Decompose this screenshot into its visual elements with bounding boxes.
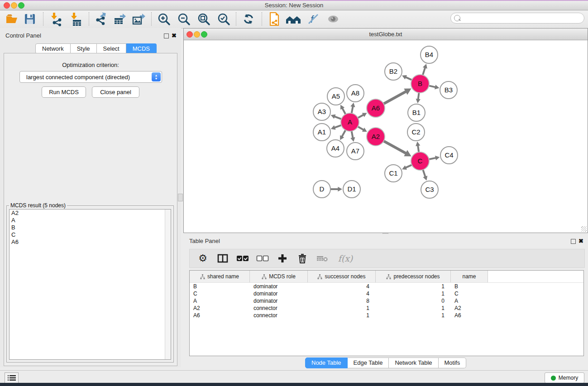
table-row[interactable]: Bdominator41B	[190, 283, 583, 290]
home-gallery-button[interactable]	[285, 11, 301, 27]
export-table-button[interactable]	[111, 11, 128, 27]
table-cell[interactable]: connector	[250, 305, 308, 311]
mcds-result-list[interactable]: A2ABCA6	[9, 209, 171, 360]
table-cell[interactable]: 8	[308, 298, 376, 304]
table-cell[interactable]: 4	[308, 291, 376, 297]
tab-select[interactable]: Select	[97, 43, 126, 54]
table-cell[interactable]: B	[190, 283, 250, 290]
table-cell[interactable]: C	[451, 291, 488, 297]
table-row[interactable]: Cdominator41C	[190, 290, 583, 297]
close-table-panel-icon[interactable]: ✖	[578, 238, 583, 244]
vertical-splitter-handle[interactable]	[178, 194, 183, 201]
refresh-view-button[interactable]	[240, 11, 257, 27]
close-panel-button[interactable]: Close panel	[92, 86, 139, 98]
table-cell[interactable]: 0	[376, 298, 451, 304]
float-panel-icon[interactable]	[164, 33, 169, 38]
search-input[interactable]	[462, 14, 584, 22]
table-cell[interactable]: dominator	[250, 298, 308, 304]
table-cell[interactable]: A	[451, 298, 488, 304]
column-header-MCDS-role[interactable]: MCDS role	[250, 271, 308, 282]
tab-network[interactable]: Network	[35, 43, 71, 54]
mcds-result-item[interactable]: B	[10, 224, 171, 231]
memory-button[interactable]: Memory	[545, 372, 584, 383]
criterion-dropdown[interactable]: largest connected component (directed) ▲…	[19, 71, 162, 83]
save-session-button[interactable]	[22, 11, 38, 27]
table-row[interactable]: Adominator80A	[190, 297, 583, 305]
select-all-columns-button[interactable]	[236, 252, 249, 265]
resize-grip-icon[interactable]	[581, 226, 587, 232]
open-file-button[interactable]	[4, 11, 20, 27]
graph-edge[interactable]	[358, 127, 363, 130]
graph-edge[interactable]	[342, 108, 345, 114]
table-cell[interactable]: 1	[376, 283, 451, 290]
column-header-predecessor-nodes[interactable]: predecessor nodes	[376, 271, 451, 282]
network-canvas[interactable]: B4B2BB3A5A8A6A3B1AA1C2A2A4A7C4CC1C3DD1	[184, 40, 587, 233]
import-table-button[interactable]	[68, 11, 84, 27]
graph-edge[interactable]	[423, 67, 425, 75]
graph-edge[interactable]	[429, 86, 436, 87]
tab-edge-table[interactable]: Edge Table	[348, 357, 389, 368]
table-cell[interactable]: A	[190, 298, 250, 304]
graph-edge[interactable]	[423, 170, 425, 177]
export-network-button[interactable]	[92, 11, 109, 27]
graph-edge[interactable]	[342, 130, 345, 137]
graph-edge[interactable]	[384, 141, 406, 153]
graph-edge[interactable]	[335, 116, 341, 119]
birds-eye-view-button[interactable]	[325, 11, 341, 27]
tab-node-table[interactable]: Node Table	[305, 357, 348, 368]
mcds-result-item[interactable]: C	[10, 231, 171, 238]
tab-mcds[interactable]: MCDS	[126, 43, 157, 54]
search-field[interactable]	[450, 13, 584, 24]
graph-edge[interactable]	[429, 158, 436, 159]
float-table-panel-icon[interactable]	[571, 239, 576, 244]
tab-motifs[interactable]: Motifs	[439, 357, 467, 368]
tab-network-table[interactable]: Network Table	[389, 357, 438, 368]
table-cell[interactable]: 1	[376, 291, 451, 297]
table-cell[interactable]: 1	[308, 312, 376, 319]
result-list-scrollbar[interactable]	[165, 210, 171, 359]
table-cell[interactable]: 1	[376, 312, 451, 319]
delete-columns-button[interactable]	[296, 252, 309, 265]
column-header-shared-name[interactable]: shared name	[190, 271, 250, 282]
table-cell[interactable]: dominator	[250, 283, 308, 290]
mcds-result-item[interactable]: A6	[10, 238, 171, 246]
unselect-all-columns-button[interactable]	[256, 252, 269, 265]
import-network-button[interactable]	[48, 11, 64, 27]
add-column-button[interactable]	[276, 252, 289, 265]
zoom-selected-button[interactable]	[215, 11, 232, 27]
graph-edge[interactable]	[384, 91, 406, 104]
table-cell[interactable]: connector	[250, 312, 308, 319]
mcds-result-item[interactable]: A2	[10, 210, 171, 217]
column-header-successor-nodes[interactable]: successor nodes	[308, 271, 376, 282]
table-cell[interactable]: A6	[190, 312, 250, 319]
graph-edge[interactable]	[406, 77, 412, 80]
table-row[interactable]: A2connector11A2	[190, 305, 583, 312]
show-columns-button[interactable]	[216, 252, 229, 265]
graph-edge[interactable]	[335, 125, 341, 128]
zoom-in-button[interactable]	[156, 11, 172, 27]
table-cell[interactable]: A6	[451, 312, 488, 319]
table-cell[interactable]: B	[451, 283, 488, 290]
run-mcds-button[interactable]: Run MCDS	[42, 86, 86, 98]
mcds-result-item[interactable]: A	[10, 217, 171, 224]
table-row[interactable]: A6connector11A6	[190, 312, 583, 319]
table-mode-button[interactable]: ⚙	[196, 252, 210, 265]
table-cell[interactable]: 4	[308, 283, 376, 290]
toggle-graphics-details-button[interactable]: f	[305, 11, 321, 27]
task-history-button[interactable]	[5, 372, 19, 383]
network-from-file-button[interactable]	[266, 11, 282, 27]
graph-edge[interactable]	[406, 165, 412, 167]
table-cell[interactable]: 1	[376, 305, 451, 311]
export-image-button[interactable]	[130, 11, 147, 27]
close-panel-icon[interactable]: ✖	[172, 32, 177, 39]
table-cell[interactable]: A2	[451, 305, 488, 311]
zoom-fit-button[interactable]	[196, 11, 212, 27]
graph-edge[interactable]	[358, 115, 364, 118]
graph-edge[interactable]	[352, 131, 353, 138]
tab-style[interactable]: Style	[71, 43, 97, 54]
table-cell[interactable]: A2	[190, 305, 250, 311]
graph-edge[interactable]	[352, 106, 353, 113]
graph-edge[interactable]	[418, 93, 419, 100]
table-cell[interactable]: dominator	[250, 291, 308, 297]
graph-edge[interactable]	[418, 145, 419, 152]
